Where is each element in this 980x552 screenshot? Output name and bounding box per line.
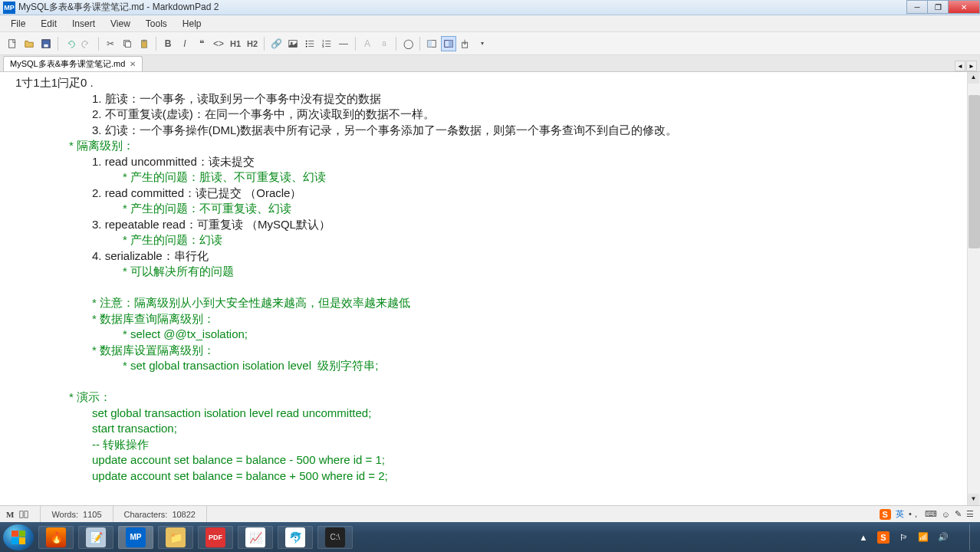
- taskbar-app-terminal[interactable]: C:\: [317, 526, 353, 549]
- copy-icon[interactable]: [120, 36, 135, 51]
- italic-icon[interactable]: I: [177, 36, 192, 51]
- bold-icon[interactable]: B: [160, 36, 176, 51]
- tab-navigation: ◄ ►: [955, 61, 977, 71]
- document-tab[interactable]: MySQL多表&事务课堂笔记.md ✕: [3, 56, 143, 71]
- editor-line: * select @@tx_isolation;: [123, 327, 972, 343]
- ul-icon[interactable]: [302, 36, 317, 51]
- taskbar-app-notepad[interactable]: 📝: [78, 526, 113, 549]
- windows-logo-icon: [12, 531, 25, 544]
- scrollbar-thumb[interactable]: [968, 95, 980, 248]
- scroll-up-icon[interactable]: ▲: [968, 72, 979, 84]
- font-smaller-icon[interactable]: a: [377, 36, 392, 51]
- tray-network-icon[interactable]: 📶: [917, 531, 929, 544]
- vertical-scrollbar[interactable]: ▲ ▼: [967, 72, 980, 505]
- minimize-button[interactable]: ─: [906, 0, 928, 14]
- quote-icon[interactable]: ❝: [194, 36, 209, 51]
- notepad-icon: 📝: [86, 527, 106, 547]
- tab-close-icon[interactable]: ✕: [130, 60, 136, 68]
- dropdown-icon[interactable]: ▾: [475, 36, 490, 51]
- menu-tools[interactable]: Tools: [138, 17, 175, 31]
- markdown-mode[interactable]: M: [6, 506, 41, 522]
- tray-sogou-icon[interactable]: S: [877, 531, 890, 544]
- show-desktop-button[interactable]: [969, 524, 977, 550]
- close-button[interactable]: ✕: [948, 0, 980, 14]
- editor-line: 3. 幻读：一个事务操作(DML)数据表中所有记录，另一个事务添加了一条数据，则…: [92, 123, 972, 139]
- tray-expand-icon[interactable]: ▲: [857, 531, 870, 544]
- svg-point-9: [306, 40, 307, 41]
- timestamp-icon[interactable]: ◯: [400, 36, 416, 51]
- editor-line: set global transaction isolation level r…: [92, 406, 972, 422]
- editor-line: 1. 脏读：一个事务，读取到另一个事务中没有提交的数据: [92, 91, 972, 107]
- svg-point-11: [306, 45, 307, 47]
- editor-line: * 产生的问题：幻读: [123, 232, 972, 248]
- link-icon[interactable]: 🔗: [268, 36, 284, 51]
- save-icon[interactable]: [38, 36, 54, 51]
- cut-icon[interactable]: ✂: [103, 36, 118, 51]
- scroll-down-icon[interactable]: ▼: [968, 494, 979, 505]
- menu-insert[interactable]: Insert: [64, 17, 103, 31]
- redo-icon[interactable]: [79, 36, 94, 51]
- window-controls: ─ ❐ ✕: [907, 0, 980, 14]
- toolbar-separator: [396, 37, 396, 51]
- export-icon[interactable]: [458, 36, 473, 51]
- chars-value: 10822: [172, 510, 196, 519]
- chart-icon: 📈: [245, 527, 265, 547]
- menu-view[interactable]: View: [103, 17, 138, 31]
- editor-line: update account set balance = balance - 5…: [92, 452, 972, 468]
- editor-line: 1. read uncommitted：读未提交: [92, 154, 972, 170]
- app-icon: MP: [3, 2, 15, 14]
- svg-rect-4: [125, 41, 130, 47]
- ime-settings-icon: ✎: [955, 509, 962, 519]
- sogou-ime-icon: S: [880, 509, 891, 520]
- toolbar-separator: [355, 37, 356, 51]
- taskbar-app-1[interactable]: 🔥: [38, 526, 74, 549]
- tray-volume-icon[interactable]: 🔊: [937, 531, 949, 544]
- editor-line: * 隔离级别：: [69, 138, 972, 154]
- editor-line: * 注意：隔离级别从小到大安全性越来越高，但是效率越来越低: [92, 295, 972, 311]
- hr-icon[interactable]: —: [336, 36, 351, 51]
- taskbar-app-explorer[interactable]: 📁: [158, 526, 193, 549]
- editor-line: start transaction;: [92, 421, 972, 437]
- taskbar-app-mysql[interactable]: 🐬: [278, 526, 313, 549]
- editor-line: * 产生的问题：不可重复读、幻读: [123, 201, 972, 217]
- toolbar-separator: [419, 37, 420, 51]
- new-file-icon[interactable]: [5, 36, 20, 51]
- taskbar-app-pdf[interactable]: PDF: [198, 526, 233, 549]
- h1-button[interactable]: H1: [228, 36, 243, 51]
- menu-edit[interactable]: Edit: [33, 17, 64, 31]
- font-bigger-icon[interactable]: A: [360, 36, 375, 51]
- editor-line: * 数据库设置隔离级别：: [92, 343, 972, 359]
- toolbar-separator: [264, 37, 265, 51]
- tray-action-center-icon[interactable]: 🏳: [897, 531, 909, 544]
- maximize-button[interactable]: ❐: [927, 0, 949, 14]
- system-tray: ▲ S 🏳 📶 🔊: [857, 524, 977, 550]
- ime-punct-icon: •，: [909, 508, 920, 520]
- editor-blank-line: [61, 374, 972, 390]
- menu-help[interactable]: Help: [175, 17, 209, 31]
- markdown-mode-icon: M: [6, 510, 14, 519]
- menubar: File Edit Insert View Tools Help: [0, 15, 980, 32]
- taskbar-app-chart[interactable]: 📈: [238, 526, 273, 549]
- chars-label: Characters:: [124, 510, 168, 519]
- h2-button[interactable]: H2: [245, 36, 260, 51]
- toolbar-separator: [156, 37, 156, 51]
- code-icon[interactable]: <>: [211, 36, 226, 51]
- ol-icon[interactable]: 123: [319, 36, 334, 51]
- image-icon[interactable]: [285, 36, 301, 51]
- taskbar-app-markdownpad[interactable]: MP: [118, 526, 153, 549]
- editor-pane[interactable]: 1寸1土1闩疋0 . 1. 脏读：一个事务，读取到另一个事务中没有提交的数据 2…: [0, 72, 980, 505]
- ime-indicator[interactable]: S 英 •， ⌨ ☺ ✎ ☰: [880, 508, 974, 520]
- toggle-preview-icon[interactable]: [441, 36, 456, 51]
- folder-icon: 📁: [166, 527, 186, 547]
- tab-prev-icon[interactable]: ◄: [955, 61, 965, 71]
- open-file-icon[interactable]: [21, 36, 37, 51]
- tab-next-icon[interactable]: ►: [966, 61, 977, 71]
- toggle-editor-icon[interactable]: [424, 36, 439, 51]
- start-button[interactable]: [3, 524, 34, 550]
- paste-icon[interactable]: [136, 36, 152, 51]
- markdownpad-icon: MP: [126, 527, 146, 547]
- app-icon: 🔥: [46, 527, 66, 547]
- undo-icon[interactable]: [62, 36, 77, 51]
- menu-file[interactable]: File: [3, 17, 33, 31]
- editor-line: update account set balance = balance + 5…: [92, 468, 972, 485]
